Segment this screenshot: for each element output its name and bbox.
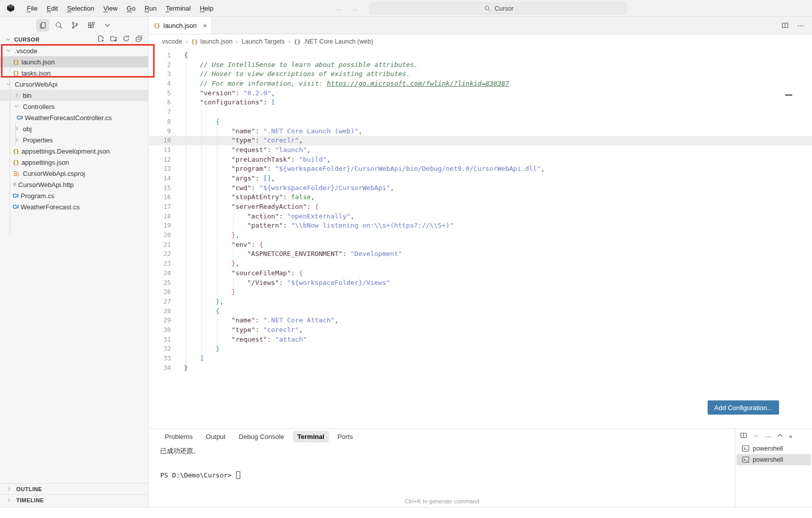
menu-view[interactable]: View (99, 5, 122, 12)
panel-tab-debug-console[interactable]: Debug Console (234, 431, 289, 442)
line-number[interactable]: 5 (149, 89, 171, 98)
line-number[interactable]: 32 (149, 344, 171, 354)
split-editor-icon[interactable] (781, 21, 789, 29)
tree-item-bin[interactable]: bin (0, 90, 148, 101)
close-panel-icon[interactable]: × (789, 433, 793, 440)
code-line-12[interactable]: 12"preLaunchTask": "build", (149, 155, 812, 165)
section-timeline[interactable]: TIMELINE (0, 494, 148, 505)
line-number[interactable]: 20 (149, 231, 171, 240)
code-line-3[interactable]: 3// Hover to view descriptions of existi… (149, 69, 812, 79)
line-number[interactable]: 7 (149, 107, 171, 117)
line-number[interactable]: 23 (149, 259, 171, 269)
activity-source-control-button[interactable] (68, 19, 82, 32)
menu-help[interactable]: Help (195, 5, 218, 12)
menu-selection[interactable]: Selection (62, 5, 98, 12)
add-configuration-button[interactable]: Add Configuration... (708, 400, 779, 415)
tree-item-vscode[interactable]: .vscode (0, 45, 148, 56)
line-number[interactable]: 9 (149, 127, 171, 136)
chevron-down-button[interactable] (752, 432, 760, 441)
code-line-16[interactable]: 16"stopAtEntry": false, (149, 193, 812, 202)
line-number[interactable]: 26 (149, 287, 171, 297)
code-line-14[interactable]: 14"args": [], (149, 174, 812, 183)
tree-item-weatherforecast-cs[interactable]: C#WeatherForecast.cs (0, 201, 148, 212)
breadcrumb-launch-json[interactable]: {}launch.json (191, 38, 233, 45)
terminal-more-icon[interactable]: ⋯ (765, 433, 771, 440)
code-line-15[interactable]: 15"cwd": "${workspaceFolder}/CursorWebAp… (149, 183, 812, 193)
code-line-27[interactable]: 27}, (149, 297, 812, 307)
new-file-button[interactable] (97, 34, 105, 45)
chevron-up-button[interactable] (776, 431, 784, 441)
code-line-1[interactable]: 1{ (149, 51, 812, 60)
line-number[interactable]: 14 (149, 174, 171, 183)
panel-tab-output[interactable]: Output (201, 431, 230, 442)
breadcrumb-net-core-launch-web[interactable]: {}.NET Core Launch (web) (294, 38, 373, 45)
code-editor[interactable]: 1{2// Use IntelliSense to learn about po… (149, 49, 812, 428)
code-line-29[interactable]: 29"name": ".NET Core Attach", (149, 316, 812, 325)
terminal-instance-powershell[interactable]: powershell (736, 454, 811, 465)
activity-files-button[interactable] (36, 19, 49, 32)
panel-tab-ports[interactable]: Ports (333, 431, 357, 442)
line-number[interactable]: 34 (149, 363, 171, 373)
line-number[interactable]: 25 (149, 278, 171, 288)
tree-item-cursorwebapi[interactable]: CursorWebApi (0, 79, 148, 90)
close-tab-icon[interactable]: × (203, 22, 207, 29)
code-line-5[interactable]: 5"version": "0.2.0", (149, 89, 812, 98)
line-number[interactable]: 12 (149, 155, 171, 165)
breadcrumb-vscode[interactable]: .vscode (160, 38, 182, 45)
code-line-23[interactable]: 23}, (149, 259, 812, 269)
forward-icon[interactable]: → (350, 4, 358, 13)
activity-search-button[interactable] (52, 19, 65, 32)
tree-item-cursorwebapi-http[interactable]: ≡CursorWebApi.http (0, 179, 148, 190)
code-line-21[interactable]: 21"env": { (149, 240, 812, 250)
menu-terminal[interactable]: Terminal (161, 5, 195, 12)
split-terminal-button[interactable] (740, 431, 748, 441)
line-number[interactable]: 15 (149, 183, 171, 193)
explorer-header[interactable]: CURSOR (0, 33, 148, 45)
line-number[interactable]: 30 (149, 325, 171, 335)
terminal-instance-powershell[interactable]: powershell (736, 443, 811, 454)
more-actions-icon[interactable]: ⋯ (797, 22, 804, 29)
code-line-28[interactable]: 28{ (149, 307, 812, 316)
code-line-31[interactable]: 31"request": "attach" (149, 335, 812, 345)
menu-file[interactable]: File (22, 5, 42, 12)
collapse-all-button[interactable] (135, 34, 143, 45)
line-number[interactable]: 2 (149, 60, 171, 70)
line-number[interactable]: 24 (149, 269, 171, 278)
panel-tab-terminal[interactable]: Terminal (293, 431, 329, 442)
tree-item-appsettings-development-json[interactable]: {}appsettings.Development.json (0, 145, 148, 157)
line-number[interactable]: 4 (149, 79, 171, 89)
code-line-8[interactable]: 8{ (149, 117, 812, 127)
tab-launch-json[interactable]: {} launch.json × (149, 17, 212, 34)
tree-item-program-cs[interactable]: C#Program.cs (0, 190, 148, 201)
line-number[interactable]: 11 (149, 145, 171, 155)
line-number[interactable]: 16 (149, 193, 171, 202)
line-number[interactable]: 22 (149, 249, 171, 259)
refresh-button[interactable] (122, 34, 130, 45)
code-line-20[interactable]: 20}, (149, 231, 812, 240)
menu-go[interactable]: Go (122, 5, 140, 12)
code-line-17[interactable]: 17"serverReadyAction": { (149, 202, 812, 212)
code-line-9[interactable]: 9"name": ".NET Core Launch (web)", (149, 127, 812, 136)
tree-item-cursorwebapi-csproj[interactable]: CursorWebApi.csproj (0, 168, 148, 179)
command-center-search[interactable]: Cursor (370, 3, 627, 14)
code-line-4[interactable]: 4// For more information, visit: https:/… (149, 79, 812, 89)
section-outline[interactable]: OUTLINE (0, 483, 148, 494)
line-number[interactable]: 31 (149, 335, 171, 345)
line-number[interactable]: 19 (149, 221, 171, 231)
code-line-2[interactable]: 2// Use IntelliSense to learn about poss… (149, 60, 812, 70)
code-line-33[interactable]: 33] (149, 354, 812, 363)
back-icon[interactable]: ← (336, 4, 343, 13)
code-line-32[interactable]: 32} (149, 344, 812, 354)
line-number[interactable]: 10 (149, 136, 171, 145)
tree-item-properties[interactable]: Properties (0, 134, 148, 145)
line-number[interactable]: 27 (149, 297, 171, 307)
code-line-26[interactable]: 26} (149, 287, 812, 297)
line-number[interactable]: 17 (149, 202, 171, 212)
line-number[interactable]: 21 (149, 240, 171, 250)
panel-tab-problems[interactable]: Problems (160, 431, 197, 442)
menu-run[interactable]: Run (140, 5, 161, 12)
code-line-7[interactable]: 7 (149, 107, 812, 117)
line-number[interactable]: 1 (149, 51, 171, 60)
line-number[interactable]: 3 (149, 69, 171, 79)
code-line-34[interactable]: 34} (149, 363, 812, 373)
